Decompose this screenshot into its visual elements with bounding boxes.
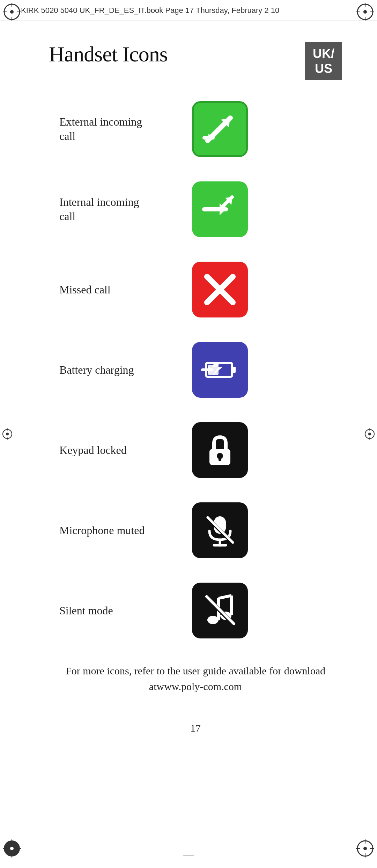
mic-icon <box>192 502 248 558</box>
svg-point-62 <box>368 433 371 435</box>
icon-row-keypad: Keypad locked <box>49 422 342 478</box>
internal-call-label: Internal incomingcall <box>59 195 171 224</box>
reg-mark-bottom-left <box>3 839 21 858</box>
svg-rect-23 <box>232 367 236 373</box>
keypad-icon <box>192 422 248 478</box>
badge-line1: UK/ <box>313 46 334 61</box>
external-call-icon <box>192 101 248 157</box>
icon-row-battery: Battery charging <box>49 342 342 398</box>
silent-icon <box>192 583 248 638</box>
svg-rect-27 <box>208 365 219 375</box>
svg-line-38 <box>219 596 231 598</box>
icon-row-internal: Internal incomingcall <box>49 181 342 237</box>
reg-mark-left-mid <box>2 428 13 440</box>
svg-rect-30 <box>219 456 221 461</box>
keypad-label: Keypad locked <box>59 443 171 458</box>
icon-row-external: External incomingcall <box>49 101 342 157</box>
page-number: 17 <box>49 722 342 734</box>
missed-call-label: Missed call <box>59 283 171 297</box>
battery-icon <box>192 342 248 398</box>
silent-label: Silent mode <box>59 604 171 618</box>
bottom-line-mark <box>183 854 194 858</box>
icon-row-missed: Missed call <box>49 262 342 317</box>
reg-mark-bottom-right <box>356 839 374 858</box>
footer-text: For more icons, refer to the user guide … <box>49 663 342 694</box>
uk-us-badge: UK/ US <box>305 42 342 80</box>
battery-label: Battery charging <box>59 363 171 377</box>
header-text: KIRK 5020 5040 UK_FR_DE_ES_IT.book Page … <box>21 6 279 15</box>
internal-call-icon <box>192 181 248 237</box>
svg-point-50 <box>363 847 367 850</box>
title-area: Handset Icons UK/ US <box>49 42 342 80</box>
svg-point-56 <box>6 433 9 435</box>
external-call-label: External incomingcall <box>59 115 171 144</box>
missed-call-icon <box>192 262 248 317</box>
svg-point-44 <box>10 847 14 850</box>
header-bar: KIRK 5020 5040 UK_FR_DE_ES_IT.book Page … <box>0 0 377 21</box>
mic-label: Microphone muted <box>59 523 171 538</box>
icon-row-mic: Microphone muted <box>49 502 342 558</box>
main-content: Handset Icons UK/ US External incomingca… <box>0 21 377 755</box>
page-title: Handset Icons <box>49 42 168 67</box>
reg-mark-right-mid <box>364 428 375 440</box>
badge-line2: US <box>313 61 334 76</box>
icon-row-silent: Silent mode <box>49 583 342 638</box>
svg-point-36 <box>207 616 219 624</box>
